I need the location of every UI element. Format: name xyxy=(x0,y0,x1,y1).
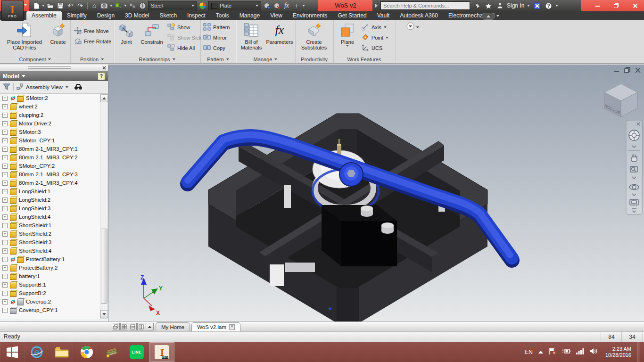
parameters-fx-button[interactable]: fx xyxy=(282,1,291,10)
tree-item[interactable]: 80mm 2-1_MIR3_CPY:1 xyxy=(0,145,100,153)
close-button[interactable] xyxy=(629,1,641,10)
ribbon-display-caret-icon[interactable] xyxy=(496,15,499,17)
expand-icon[interactable] xyxy=(2,265,8,271)
panel-label-position[interactable]: Position xyxy=(70,55,114,63)
scroll-up-icon[interactable] xyxy=(100,94,108,102)
ribbon-display-toggle-button[interactable] xyxy=(482,13,495,20)
assembly-view-icon[interactable] xyxy=(17,83,23,91)
tree-item[interactable]: SMotor_CPY:2 xyxy=(0,162,100,170)
ribbon-tab[interactable]: Inspect xyxy=(182,11,211,20)
filter-icon[interactable] xyxy=(3,83,10,91)
application-menu-caret-icon[interactable] xyxy=(24,4,27,6)
adjust-appearance-icon[interactable] xyxy=(263,1,271,10)
graphics-viewport[interactable]: Z Y X BOTTOM xyxy=(108,65,644,321)
taskbar-internet-explorer[interactable]: e xyxy=(25,342,50,362)
constraint-visibility-button[interactable] xyxy=(128,1,137,10)
clear-appearance-icon[interactable] xyxy=(272,1,281,10)
sign-in-person-icon[interactable] xyxy=(495,1,504,10)
qat-customize-caret-icon[interactable] xyxy=(302,5,305,7)
tree-item[interactable]: Coverup:2 xyxy=(0,297,100,306)
redo-button[interactable]: ↷ xyxy=(76,1,84,10)
document-tab[interactable]: WoS v2.iam ✕ xyxy=(191,322,240,331)
axis-button[interactable]: Axis xyxy=(362,22,388,33)
browser-scrollbar[interactable] xyxy=(100,94,107,319)
home-button[interactable]: ⌂ xyxy=(90,1,99,10)
panel-label-component[interactable]: Component xyxy=(0,55,70,63)
language-indicator[interactable]: EN xyxy=(525,349,533,355)
help-caret-icon[interactable] xyxy=(555,5,558,7)
open-button[interactable] xyxy=(46,1,55,10)
restore-button[interactable] xyxy=(610,1,622,10)
free-move-button[interactable]: Free Move xyxy=(74,26,111,36)
pattern-button[interactable]: Pattern xyxy=(203,22,230,33)
tree-item[interactable]: 80mm 2-1_MIR3_CPY:4 xyxy=(0,179,100,187)
color-wheel-icon[interactable] xyxy=(198,1,207,10)
expand-icon[interactable] xyxy=(2,214,8,220)
expand-icon[interactable] xyxy=(2,257,8,262)
panel-grip[interactable] xyxy=(28,66,71,69)
new-file-button[interactable] xyxy=(32,1,41,10)
taskbar-file-explorer[interactable] xyxy=(50,342,74,362)
ribbon-tab[interactable]: 3D Model xyxy=(120,11,154,20)
show-desktop-button[interactable] xyxy=(637,342,640,362)
ribbon-tab[interactable]: Vault xyxy=(372,11,395,20)
tree-item[interactable]: Coverup_CPY:1 xyxy=(0,306,100,314)
expand-icon[interactable] xyxy=(2,231,8,237)
place-imported-cad-button[interactable]: Place Imported CAD Files xyxy=(3,22,46,50)
tab-close-icon[interactable]: ✕ xyxy=(229,324,235,330)
tree-item[interactable]: ShortShield:4 xyxy=(0,247,100,255)
expand-icon[interactable] xyxy=(2,282,8,288)
expand-icon[interactable] xyxy=(2,164,8,169)
tree-item[interactable]: LongShield:3 xyxy=(0,204,100,213)
network-signal-icon[interactable] xyxy=(576,348,584,356)
document-tab[interactable]: My Home ✕ xyxy=(156,322,190,331)
application-menu-button[interactable]: I PRO xyxy=(1,0,24,21)
ribbon-tab[interactable]: Manage xyxy=(234,11,265,20)
expand-icon[interactable] xyxy=(2,189,8,194)
ribbon-tab[interactable]: Tools xyxy=(211,11,234,20)
render-button[interactable] xyxy=(100,1,108,10)
expand-icon[interactable] xyxy=(2,274,8,279)
expand-icon[interactable] xyxy=(2,138,8,143)
tree-item[interactable]: LongShield:2 xyxy=(0,196,100,204)
expand-icon[interactable] xyxy=(2,155,8,160)
expand-icon[interactable] xyxy=(2,223,8,228)
expand-icon[interactable] xyxy=(2,147,8,152)
taskbar-winrar[interactable] xyxy=(99,342,124,362)
material-browser-icon[interactable] xyxy=(138,1,147,10)
search-input[interactable] xyxy=(380,1,470,10)
save-button[interactable] xyxy=(56,1,65,10)
minimize-button[interactable] xyxy=(591,1,603,10)
tile-windows-button[interactable] xyxy=(120,323,128,330)
expand-icon[interactable] xyxy=(2,181,8,186)
render-dropdown-icon[interactable] xyxy=(110,5,113,7)
tree-item[interactable]: LongShield:1 xyxy=(0,187,100,196)
ribbon-tab[interactable]: Environments xyxy=(288,11,332,20)
add-qat-button[interactable]: + xyxy=(292,1,301,10)
search-history-caret-icon[interactable] xyxy=(375,4,378,8)
sign-in-label[interactable]: Sign In xyxy=(507,2,524,9)
favorites-star-icon[interactable] xyxy=(484,1,493,10)
action-center-flag-icon[interactable] xyxy=(549,347,556,357)
taskbar-inventor[interactable]: I PRO xyxy=(149,342,174,362)
power-battery-icon[interactable] xyxy=(562,348,570,356)
material-combo[interactable]: Steel xyxy=(148,1,197,10)
browser-help-icon[interactable]: ? xyxy=(98,73,105,80)
panel-label-relationships[interactable]: Relationships xyxy=(114,55,200,63)
expand-icon[interactable] xyxy=(2,240,8,245)
tree-item[interactable]: ProtectBattery:1 xyxy=(0,255,100,263)
ribbon-collapse-control[interactable] xyxy=(406,22,419,32)
tree-item[interactable]: 80mm 2-1_MIR3_CPY:3 xyxy=(0,170,100,179)
sign-in-caret-icon[interactable] xyxy=(527,5,530,7)
expand-icon[interactable] xyxy=(2,96,8,101)
bill-of-materials-button[interactable]: Bill of Materials xyxy=(238,22,264,50)
show-relationships-button[interactable]: Show xyxy=(167,22,201,33)
browser-close-button[interactable] xyxy=(101,65,107,70)
new-file-dropdown-icon[interactable] xyxy=(42,5,45,7)
ribbon-tab[interactable]: Autodesk A360 xyxy=(395,11,443,20)
tree-item[interactable]: SupportB:1 xyxy=(0,280,100,289)
mirror-button[interactable]: Mirror xyxy=(203,33,230,43)
tree-item[interactable]: LongShield:4 xyxy=(0,213,100,221)
ribbon-tab[interactable]: Design xyxy=(92,11,120,20)
expand-icon[interactable] xyxy=(2,248,8,254)
